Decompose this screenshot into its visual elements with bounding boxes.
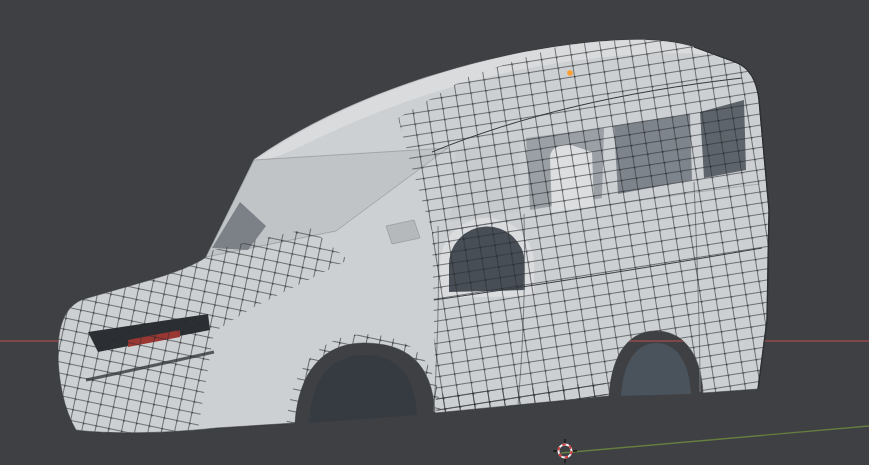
3d-viewport[interactable] [0,0,869,465]
wireframe-region-rear [398,32,772,415]
active-vertex[interactable] [567,70,573,76]
viewport-scene [0,0,869,465]
